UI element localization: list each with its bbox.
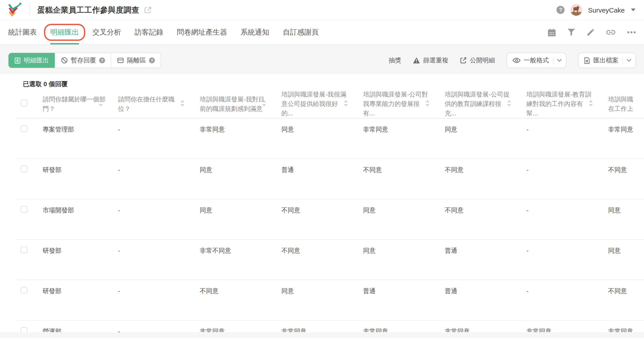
column-header: 培訓與職 在工作上 (608, 94, 635, 113)
cell: 普通 (282, 159, 363, 199)
cell: 非常同意 (363, 118, 445, 159)
tab-visitor-log[interactable]: 訪客記錄 (135, 20, 163, 44)
sort-icon[interactable] (589, 100, 593, 108)
tab-custom-thanks[interactable]: 自訂感謝頁 (283, 20, 319, 44)
cell: 市場開發部 (43, 199, 118, 240)
tab-detail-export[interactable]: 明細匯出 (50, 20, 79, 44)
row-checkbox[interactable] (21, 166, 28, 172)
table-row: 研發部 - 同意 普通 不同意 不同意 - 不同意 (16, 159, 644, 199)
cell: 非常同意 (282, 320, 363, 332)
cell: - (118, 320, 200, 332)
list-icon (14, 57, 21, 64)
segment-quarantine[interactable]: 隔離區 ? (111, 53, 161, 68)
cell: 研發部 (43, 240, 118, 280)
cell: - (526, 199, 608, 240)
column-header: 培訓與職涯發展-公司對我專業能力的發展很有... (363, 90, 430, 118)
cell: 同意 (608, 199, 644, 240)
cell: - (118, 199, 200, 240)
filter-icon[interactable] (567, 28, 575, 36)
box-icon (117, 57, 124, 64)
cell: 不同意 (363, 159, 445, 199)
quarantine-help-icon[interactable]: ? (149, 58, 155, 63)
cell: 非常同意 (608, 118, 644, 159)
cell: 不同意 (445, 199, 526, 240)
sort-icon[interactable] (262, 100, 266, 108)
responses-table-wrap: 請問你隸屬於哪一個部門？ 請問你在擔任什麼職位？ 培訓與職涯發展-我對目前的職涯… (0, 90, 644, 332)
segment-detail-export[interactable]: 明細匯出 (8, 53, 55, 68)
cell: - (118, 118, 200, 159)
edit-icon[interactable] (586, 28, 595, 36)
cell: - (118, 240, 200, 280)
cell: 非常不同意 (200, 240, 282, 280)
sort-icon[interactable] (344, 100, 348, 108)
surveycake-app: 蛋糕企業員工工作參與度調查 ? Surve (0, 0, 644, 338)
responses-card: 已選取 0 個回覆 請問你隸屬於哪一個部門？ 請問你在擔任什麼職位？ 培訓與職涯… (0, 74, 644, 332)
tab-statistics[interactable]: 統計圖表 (8, 20, 37, 44)
more-icon[interactable] (627, 31, 636, 34)
filter-duplicates-button[interactable]: 篩選重複 (413, 56, 448, 64)
cell: 同意 (363, 240, 445, 280)
open-survey-icon[interactable] (144, 6, 152, 14)
lottery-button[interactable]: 抽獎 (389, 56, 401, 64)
slash-icon (61, 57, 68, 64)
format-dropdown[interactable]: 一般格式 (507, 52, 566, 68)
avatar[interactable] (570, 4, 582, 16)
link-icon[interactable] (606, 28, 616, 36)
tab-cross-analysis[interactable]: 交叉分析 (92, 20, 121, 44)
cell: 營運部 (43, 320, 118, 332)
calendar-icon[interactable] (548, 28, 556, 36)
cell: 非常同意 (363, 320, 445, 332)
sort-icon[interactable] (507, 100, 511, 108)
account-caret-icon[interactable] (630, 8, 636, 12)
cell: 非常同意 (200, 320, 282, 332)
cell: 普通 (445, 240, 526, 280)
row-checkbox[interactable] (21, 287, 28, 294)
sort-icon[interactable] (426, 100, 430, 108)
help-icon[interactable]: ? (557, 6, 565, 14)
row-checkbox[interactable] (21, 125, 28, 132)
surveycake-logo-icon[interactable] (8, 2, 22, 18)
cell: 同意 (608, 240, 644, 280)
app-header: 蛋糕企業員工工作參與度調查 ? Surve (0, 0, 644, 20)
select-all-checkbox[interactable] (21, 100, 28, 106)
cell: 非常同意 (608, 320, 644, 332)
table-row: 專案管理部 - 非常同意 同意 非常同意 同意 - 非常同意 (16, 118, 644, 159)
warning-icon (413, 57, 420, 64)
row-checkbox[interactable] (21, 327, 28, 332)
cell: - (526, 240, 608, 280)
cell: 不同意 (282, 240, 363, 280)
tab-system-notice[interactable]: 系統通知 (240, 20, 269, 44)
cell: 同意 (200, 199, 282, 240)
public-details-button[interactable]: 公開明細 (460, 56, 495, 64)
cell: 同意 (363, 199, 445, 240)
survey-title: 蛋糕企業員工工作參與度調查 (37, 5, 139, 15)
cell: 不同意 (445, 159, 526, 199)
export-dropdown[interactable]: 匯出檔案 (578, 52, 636, 68)
table-row: 市場開發部 - 同意 不同意 同意 不同意 - 同意 (16, 199, 644, 240)
column-header: 培訓與職涯發展-我很滿意公司提供給我很好的... (282, 90, 348, 118)
segment-draft-responses[interactable]: 暫存回覆 ? (55, 53, 111, 68)
column-header: 請問你在擔任什麼職位？ (118, 94, 176, 113)
sort-icon[interactable] (99, 100, 103, 108)
row-checkbox[interactable] (21, 246, 28, 253)
draft-help-icon[interactable]: ? (99, 58, 105, 63)
account-name[interactable]: SurveyCake (588, 6, 625, 14)
table-row: 研發部 - 非常不同意 不同意 同意 普通 - 同意 (16, 240, 644, 280)
sort-icon[interactable] (180, 100, 184, 108)
selection-status: 已選取 0 個回覆 (0, 74, 644, 88)
cell: - (118, 280, 200, 320)
tab-bar: 統計圖表 明細匯出 交叉分析 訪客記錄 問卷網址產生器 系統通知 自訂感謝頁 (0, 20, 644, 45)
cell: 不同意 (608, 159, 644, 199)
cell: 普通 (363, 280, 445, 320)
table-row: 營運部 - 非常同意 非常同意 非常同意 非常同意 非常同意 非常同意 (16, 320, 644, 332)
cell: - (526, 118, 608, 159)
responses-table: 請問你隸屬於哪一個部門？ 請問你在擔任什麼職位？ 培訓與職涯發展-我對目前的職涯… (16, 90, 644, 332)
cell: 同意 (200, 159, 282, 199)
table-row: 研發部 - 不同意 同意 普通 普通 - 不同意 (16, 280, 644, 320)
tab-url-generator[interactable]: 問卷網址產生器 (177, 20, 227, 44)
cell: - (526, 159, 608, 199)
view-segmented-control: 明細匯出 暫存回覆 ? 隔離區 ? (8, 52, 161, 68)
cell: 同意 (445, 118, 526, 159)
column-header: 培訓與職涯發展-教育訓練對我的工作內容有幫... (526, 90, 593, 118)
row-checkbox[interactable] (21, 206, 28, 213)
